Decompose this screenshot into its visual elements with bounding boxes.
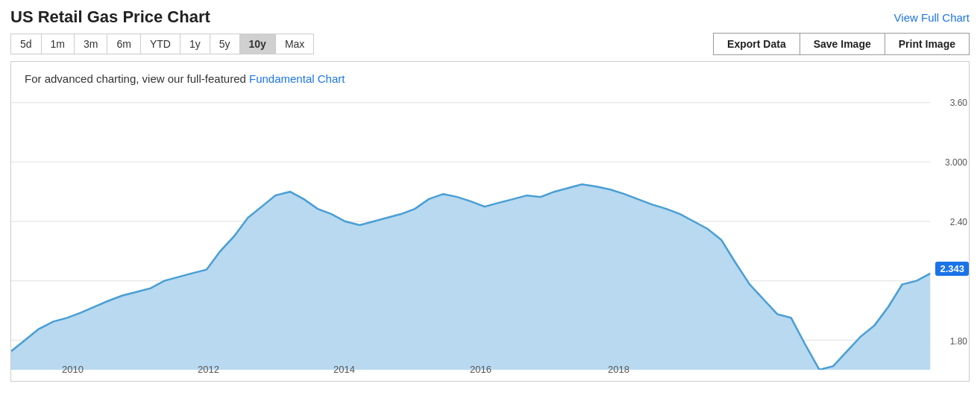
- x-label-2018: 2018: [608, 364, 629, 375]
- time-btn-5d[interactable]: 5d: [11, 34, 42, 54]
- header-row: US Retail Gas Price Chart View Full Char…: [10, 7, 970, 27]
- chart-title: US Retail Gas Price Chart: [10, 7, 210, 27]
- y-label-300: 3.000: [945, 157, 967, 168]
- fundamental-chart-link[interactable]: Fundamental Chart: [249, 72, 345, 85]
- time-btn-10y[interactable]: 10y: [240, 34, 276, 54]
- time-btn-max[interactable]: Max: [276, 34, 313, 54]
- x-label-2010: 2010: [62, 364, 84, 375]
- time-btn-1y[interactable]: 1y: [180, 34, 210, 54]
- time-btn-1m[interactable]: 1m: [42, 34, 75, 54]
- time-period-buttons: 5d1m3m6mYTD1y5y10yMax: [10, 34, 314, 54]
- main-container: US Retail Gas Price Chart View Full Char…: [0, 0, 980, 389]
- x-label-2016: 2016: [470, 364, 491, 375]
- time-btn-ytd[interactable]: YTD: [141, 34, 180, 54]
- time-btn-3m[interactable]: 3m: [75, 34, 107, 54]
- action-btn-export-data[interactable]: Export Data: [714, 34, 800, 54]
- chart-svg-wrapper: [11, 62, 969, 381]
- x-label-2014: 2014: [333, 364, 355, 375]
- controls-row: 5d1m3m6mYTD1y5y10yMax Export DataSave Im…: [10, 33, 970, 55]
- chart-notice: For advanced charting, view our full-fea…: [25, 72, 345, 85]
- time-btn-6m[interactable]: 6m: [107, 34, 140, 54]
- action-btn-print-image[interactable]: Print Image: [885, 34, 969, 54]
- x-label-2012: 2012: [198, 364, 219, 375]
- view-full-chart-link[interactable]: View Full Chart: [894, 11, 970, 24]
- chart-area: For advanced charting, view our full-fea…: [10, 61, 970, 382]
- action-btn-save-image[interactable]: Save Image: [800, 34, 885, 54]
- y-label-240: 2.40: [950, 217, 967, 227]
- current-price-badge: 2.343: [935, 262, 969, 276]
- action-buttons: Export DataSave ImagePrint Image: [713, 33, 970, 55]
- time-btn-5y[interactable]: 5y: [210, 34, 240, 54]
- y-label-360: 3.60: [950, 98, 967, 108]
- y-label-180: 1.80: [950, 336, 967, 347]
- chart-notice-text: For advanced charting, view our full-fea…: [25, 72, 249, 85]
- chart-svg: [11, 62, 969, 381]
